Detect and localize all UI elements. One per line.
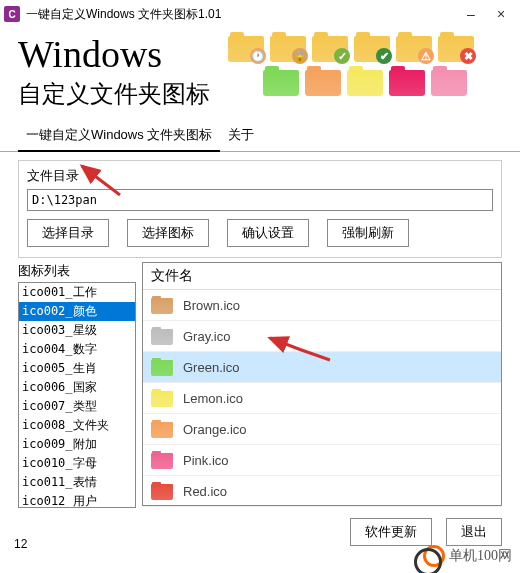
file-row[interactable]: Gray.ico bbox=[143, 321, 501, 352]
tab-bar: 一键自定义Windows 文件夹图标 关于 bbox=[0, 122, 520, 152]
titlebar: C 一键自定义Windows 文件夹图标1.01 – × bbox=[0, 0, 520, 28]
folder-icon: 🕐 bbox=[228, 32, 264, 62]
icon-list-item[interactable]: ico012_用户 bbox=[19, 492, 135, 508]
header: Windows 自定义文件夹图标 🕐🔒✓✔⚠✖ bbox=[0, 28, 520, 118]
select-icon-button[interactable]: 选择图标 bbox=[127, 219, 209, 247]
watermark-logo-icon bbox=[423, 545, 445, 567]
folder-icon bbox=[431, 66, 467, 96]
file-name: Green.ico bbox=[183, 360, 239, 375]
tab-about[interactable]: 关于 bbox=[220, 122, 262, 151]
icon-list-item[interactable]: ico005_生肖 bbox=[19, 359, 135, 378]
select-directory-button[interactable]: 选择目录 bbox=[27, 219, 109, 247]
icon-list-item[interactable]: ico008_文件夹 bbox=[19, 416, 135, 435]
icon-list-label: 图标列表 bbox=[18, 262, 136, 280]
icon-list-item[interactable]: ico009_附加 bbox=[19, 435, 135, 454]
folder-icon bbox=[347, 66, 383, 96]
status-text: 12 bbox=[14, 537, 27, 551]
folder-icon bbox=[151, 451, 173, 469]
file-row[interactable]: Red.ico bbox=[143, 476, 501, 507]
icon-list-item[interactable]: ico010_字母 bbox=[19, 454, 135, 473]
file-row[interactable]: Green.ico bbox=[143, 352, 501, 383]
file-name: Lemon.ico bbox=[183, 391, 243, 406]
header-icon-grid: 🕐🔒✓✔⚠✖ bbox=[228, 32, 502, 110]
folder-badge-icon: ✖ bbox=[460, 48, 476, 64]
folder-icon bbox=[305, 66, 341, 96]
minimize-button[interactable]: – bbox=[456, 2, 486, 26]
file-row[interactable]: Brown.ico bbox=[143, 290, 501, 321]
watermark: 单机100网 bbox=[423, 545, 512, 567]
confirm-button[interactable]: 确认设置 bbox=[227, 219, 309, 247]
icon-list-item[interactable]: ico002_颜色 bbox=[19, 302, 135, 321]
window-title: 一键自定义Windows 文件夹图标1.01 bbox=[26, 6, 456, 23]
icon-list-item[interactable]: ico011_表情 bbox=[19, 473, 135, 492]
folder-badge-icon: 🕐 bbox=[250, 48, 266, 64]
folder-icon bbox=[151, 420, 173, 438]
force-refresh-button[interactable]: 强制刷新 bbox=[327, 219, 409, 247]
folder-icon bbox=[151, 296, 173, 314]
folder-icon: ✓ bbox=[312, 32, 348, 62]
icon-list-item[interactable]: ico003_星级 bbox=[19, 321, 135, 340]
watermark-text: 单机100网 bbox=[449, 547, 512, 565]
file-list-header: 文件名 bbox=[143, 263, 501, 290]
directory-label: 文件目录 bbox=[27, 167, 79, 185]
file-name: Brown.ico bbox=[183, 298, 240, 313]
folder-icon: ⚠ bbox=[396, 32, 432, 62]
directory-panel: 文件目录 选择目录 选择图标 确认设置 强制刷新 bbox=[18, 160, 502, 258]
file-panel: 文件名 Brown.icoGray.icoGreen.icoLemon.icoO… bbox=[142, 262, 502, 506]
folder-icon bbox=[263, 66, 299, 96]
folder-badge-icon: ✓ bbox=[334, 48, 350, 64]
tab-main[interactable]: 一键自定义Windows 文件夹图标 bbox=[18, 122, 220, 152]
folder-icon bbox=[151, 482, 173, 500]
icon-list-item[interactable]: ico001_工作 bbox=[19, 283, 135, 302]
folder-badge-icon: 🔒 bbox=[292, 48, 308, 64]
header-title-2: 自定义文件夹图标 bbox=[18, 78, 228, 110]
file-row[interactable]: Lemon.ico bbox=[143, 383, 501, 414]
folder-badge-icon: ✔ bbox=[376, 48, 392, 64]
icon-list[interactable]: ico001_工作ico002_颜色ico003_星级ico004_数字ico0… bbox=[18, 282, 136, 508]
directory-input[interactable] bbox=[27, 189, 493, 211]
close-button[interactable]: × bbox=[486, 2, 516, 26]
file-name: Red.ico bbox=[183, 484, 227, 499]
folder-icon: 🔒 bbox=[270, 32, 306, 62]
icon-list-item[interactable]: ico006_国家 bbox=[19, 378, 135, 397]
file-name: Orange.ico bbox=[183, 422, 247, 437]
file-name: Pink.ico bbox=[183, 453, 229, 468]
file-row[interactable]: Pink.ico bbox=[143, 445, 501, 476]
software-update-button[interactable]: 软件更新 bbox=[350, 518, 432, 546]
icon-list-item[interactable]: ico004_数字 bbox=[19, 340, 135, 359]
header-title-1: Windows bbox=[18, 32, 228, 76]
folder-icon bbox=[389, 66, 425, 96]
file-list[interactable]: Brown.icoGray.icoGreen.icoLemon.icoOrang… bbox=[143, 290, 501, 508]
file-row[interactable]: Orange.ico bbox=[143, 414, 501, 445]
file-name: Gray.ico bbox=[183, 329, 230, 344]
folder-icon: ✔ bbox=[354, 32, 390, 62]
folder-icon bbox=[151, 358, 173, 376]
folder-icon: ✖ bbox=[438, 32, 474, 62]
icon-list-item[interactable]: ico007_类型 bbox=[19, 397, 135, 416]
folder-icon bbox=[151, 389, 173, 407]
exit-button[interactable]: 退出 bbox=[446, 518, 502, 546]
folder-icon bbox=[151, 327, 173, 345]
app-icon: C bbox=[4, 6, 20, 22]
folder-badge-icon: ⚠ bbox=[418, 48, 434, 64]
